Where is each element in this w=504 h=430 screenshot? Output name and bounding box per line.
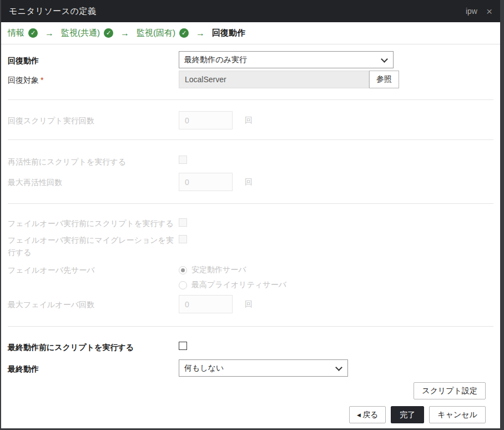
back-button-label: 戻る <box>362 410 378 420</box>
arrow-right-icon: → <box>45 28 54 38</box>
required-mark: * <box>41 76 43 84</box>
final-action-select[interactable]: 何もしない <box>179 359 348 377</box>
step-monitor-special-label: 監視(固有) <box>137 28 175 38</box>
dialog-backdrop: モニタリソースの定義 ipw × 情報 ✓ → 監視(共通) ✓ → 監視(固有… <box>0 0 504 430</box>
script-before-failover-label: フェイルオーバ実行前にスクリプトを実行する <box>8 217 179 229</box>
check-circle-icon: ✓ <box>179 28 189 38</box>
failover-target-server-label: フェイルオーバ先サーバ <box>8 263 179 276</box>
section-divider <box>8 99 493 100</box>
max-failover-label: 最大フェイルオーバ回数 <box>8 295 179 310</box>
radio-option-stable-server-label: 安定動作サーバ <box>191 265 246 275</box>
recovery-target-input: LocalServer <box>179 71 369 88</box>
close-icon[interactable]: × <box>486 6 492 17</box>
section-divider <box>8 326 493 327</box>
radio-selected-icon <box>179 266 187 274</box>
row-script-before-failover: フェイルオーバ実行前にスクリプトを実行する <box>8 217 486 229</box>
script-before-reactivation-checkbox <box>179 156 187 164</box>
section-divider <box>8 203 493 204</box>
check-circle-icon: ✓ <box>28 28 38 38</box>
step-recovery-action: 回復動作 <box>212 28 245 38</box>
row-final-action: 最終動作 何もしない <box>8 359 486 377</box>
row-script-before-reactivation: 再活性前にスクリプトを実行する <box>8 155 486 167</box>
max-failover-unit: 回 <box>245 299 253 309</box>
migration-before-failover-label: フェイルオーバ実行前にマイグレーションを実行する <box>8 234 179 258</box>
monitor-resource-definition-dialog: モニタリソースの定義 ipw × 情報 ✓ → 監視(共通) ✓ → 監視(固有… <box>1 0 500 428</box>
script-before-reactivation-label: 再活性前にスクリプトを実行する <box>8 155 179 167</box>
row-script-before-final-action: 最終動作前にスクリプトを実行する <box>8 341 486 353</box>
back-triangle-icon: ◀ <box>357 412 361 418</box>
cancel-button[interactable]: キャンセル <box>429 406 486 423</box>
row-migration-before-failover: フェイルオーバ実行前にマイグレーションを実行する <box>8 234 486 258</box>
form-body: 回復動作 最終動作のみ実行 回復対象* LocalServer 参照 <box>1 44 500 423</box>
radio-option-highest-priority-server-label: 最高プライオリティサーバ <box>191 280 286 290</box>
recovery-script-count-input: 0 <box>179 111 233 129</box>
browse-button[interactable]: 参照 <box>369 71 399 88</box>
max-reactivation-unit: 回 <box>245 177 253 187</box>
script-before-final-action-checkbox[interactable] <box>179 342 187 350</box>
final-action-value: 何もしない <box>184 363 224 373</box>
max-reactivation-label: 最大再活性回数 <box>8 173 179 188</box>
row-max-reactivation: 最大再活性回数 0 回 <box>8 173 486 191</box>
dialog-action-row: ◀戻る 完了 キャンセル <box>8 406 486 423</box>
failover-target-server-options: 安定動作サーバ 最高プライオリティサーバ <box>179 263 286 290</box>
chevron-down-icon <box>335 364 342 371</box>
recovery-script-count-label: 回復スクリプト実行回数 <box>8 111 179 126</box>
max-failover-input: 0 <box>179 295 233 313</box>
dialog-titlebar: モニタリソースの定義 ipw × <box>1 0 500 22</box>
recovery-action-select[interactable]: 最終動作のみ実行 <box>179 51 394 68</box>
recovery-script-count-unit: 回 <box>245 116 253 126</box>
final-action-label: 最終動作 <box>8 359 179 374</box>
step-recovery-action-label: 回復動作 <box>212 28 245 38</box>
row-max-failover: 最大フェイルオーバ回数 0 回 <box>8 295 486 313</box>
step-monitor-special[interactable]: 監視(固有) ✓ <box>137 28 189 38</box>
recovery-action-label: 回復動作 <box>8 51 179 66</box>
row-failover-target-server: フェイルオーバ先サーバ 安定動作サーバ 最高プライオリティサーバ <box>8 263 486 290</box>
step-info[interactable]: 情報 ✓ <box>8 28 38 38</box>
migration-before-failover-checkbox <box>179 235 187 243</box>
recovery-target-label: 回復対象* <box>8 71 179 86</box>
radio-option-stable-server: 安定動作サーバ <box>179 265 286 275</box>
step-info-label: 情報 <box>8 28 24 38</box>
finish-button[interactable]: 完了 <box>391 406 424 423</box>
script-before-final-action-label: 最終動作前にスクリプトを実行する <box>8 341 179 353</box>
recovery-action-value: 最終動作のみ実行 <box>184 55 247 65</box>
section-divider <box>8 139 493 140</box>
chevron-down-icon <box>381 56 388 63</box>
script-settings-button[interactable]: スクリプト設定 <box>414 382 486 399</box>
step-monitor-common[interactable]: 監視(共通) ✓ <box>61 28 113 38</box>
step-monitor-common-label: 監視(共通) <box>61 28 100 38</box>
wizard-breadcrumb: 情報 ✓ → 監視(共通) ✓ → 監視(固有) ✓ → 回復動作 <box>1 22 500 44</box>
row-recovery-script-count: 回復スクリプト実行回数 0 回 <box>8 111 486 129</box>
max-reactivation-input: 0 <box>179 173 233 191</box>
arrow-right-icon: → <box>196 28 205 38</box>
row-recovery-action: 回復動作 最終動作のみ実行 <box>8 51 486 68</box>
back-button[interactable]: ◀戻る <box>349 406 386 423</box>
check-circle-icon: ✓ <box>104 28 113 38</box>
window-tag: ipw <box>466 7 477 16</box>
script-settings-row: スクリプト設定 <box>8 382 486 399</box>
dialog-title: モニタリソースの定義 <box>9 6 466 17</box>
radio-unselected-icon <box>179 281 187 289</box>
row-recovery-target: 回復対象* LocalServer 参照 <box>8 71 486 88</box>
radio-option-highest-priority-server: 最高プライオリティサーバ <box>179 280 286 290</box>
arrow-right-icon: → <box>120 28 129 38</box>
script-before-failover-checkbox <box>179 218 187 227</box>
